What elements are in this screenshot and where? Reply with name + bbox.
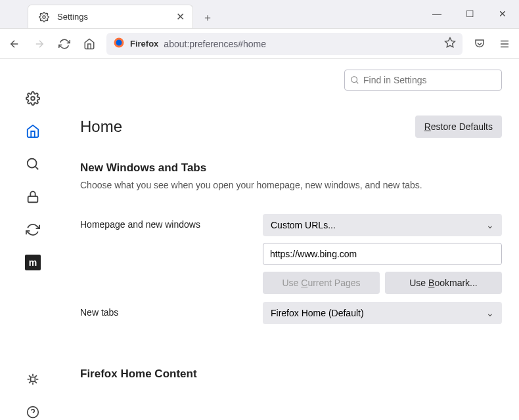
use-bookmark-button[interactable]: Use Bookmark... — [385, 272, 502, 294]
address-bar[interactable]: Firefox about:preferences#home — [106, 33, 463, 55]
sidebar-privacy-icon[interactable] — [25, 189, 41, 205]
homepage-url-input[interactable] — [263, 243, 502, 265]
restore-defaults-button[interactable]: Restore Defaults — [415, 116, 502, 138]
homepage-label: Homepage and new windows — [80, 214, 263, 230]
sidebar-general-icon[interactable] — [25, 91, 41, 106]
sidebar-sync-icon[interactable] — [25, 222, 41, 238]
svg-point-13 — [351, 77, 357, 83]
chevron-down-icon: ⌄ — [486, 308, 494, 318]
svg-point-7 — [31, 96, 35, 100]
bookmark-star-icon[interactable] — [444, 37, 456, 51]
settings-search-input[interactable] — [363, 75, 496, 85]
brand-label: Firefox — [130, 39, 158, 49]
back-button[interactable] — [3, 32, 26, 56]
gear-icon — [36, 9, 52, 25]
settings-search[interactable] — [344, 70, 502, 91]
search-icon — [350, 75, 359, 85]
svg-point-0 — [43, 16, 45, 18]
svg-rect-10 — [28, 196, 38, 202]
svg-point-8 — [28, 159, 37, 168]
main-panel: Home Restore Defaults New Windows and Ta… — [66, 59, 519, 420]
svg-line-9 — [35, 167, 39, 170]
url-text: about:preferences#home — [164, 39, 266, 49]
forward-button[interactable] — [28, 32, 51, 56]
tab-close-icon[interactable]: ✕ — [176, 10, 185, 23]
reload-button[interactable] — [53, 32, 76, 56]
home-button[interactable] — [78, 32, 101, 56]
newtabs-label: New tabs — [80, 302, 263, 318]
navbar: Firefox about:preferences#home — [0, 29, 519, 59]
section-home-content-title: Firefox Home Content — [80, 368, 502, 381]
page-title: Home — [80, 117, 122, 136]
content-area: m Home Restore Defaults New Windows and … — [0, 59, 519, 420]
svg-line-14 — [356, 81, 358, 83]
sidebar-extension-icon[interactable]: m — [25, 255, 41, 270]
sidebar-search-icon[interactable] — [25, 156, 41, 172]
maximize-button[interactable]: ☐ — [453, 0, 486, 28]
sidebar-addons-icon[interactable] — [25, 371, 41, 387]
svg-marker-3 — [445, 37, 455, 47]
sidebar-home-icon[interactable] — [25, 123, 41, 139]
svg-rect-11 — [31, 377, 35, 382]
homepage-mode-dropdown[interactable]: Custom URLs... ⌄ — [263, 214, 502, 236]
sidebar-help-icon[interactable] — [25, 404, 41, 420]
section-windows-tabs-title: New Windows and Tabs — [80, 161, 502, 175]
newtabs-mode-dropdown[interactable]: Firefox Home (Default) ⌄ — [263, 302, 502, 324]
settings-sidebar: m — [0, 59, 66, 420]
svg-point-2 — [116, 39, 122, 45]
firefox-icon — [113, 37, 125, 51]
use-current-pages-button[interactable]: Use Current Pages — [263, 272, 380, 294]
close-window-button[interactable]: ✕ — [486, 0, 519, 28]
tab-settings[interactable]: Settings ✕ — [28, 5, 193, 28]
minimize-button[interactable]: — — [420, 0, 453, 28]
new-tab-button[interactable]: ＋ — [197, 7, 218, 28]
homepage-mode-value: Custom URLs... — [271, 220, 336, 230]
section-description: Choose what you see when you open your h… — [80, 180, 502, 190]
menu-button[interactable] — [493, 32, 516, 56]
pocket-button[interactable] — [468, 32, 491, 56]
window-controls: — ☐ ✕ — [420, 0, 519, 28]
chevron-down-icon: ⌄ — [486, 220, 494, 230]
titlebar: Settings ✕ ＋ — ☐ ✕ — [0, 0, 519, 29]
tab-title: Settings — [57, 12, 171, 22]
newtabs-mode-value: Firefox Home (Default) — [271, 308, 364, 318]
